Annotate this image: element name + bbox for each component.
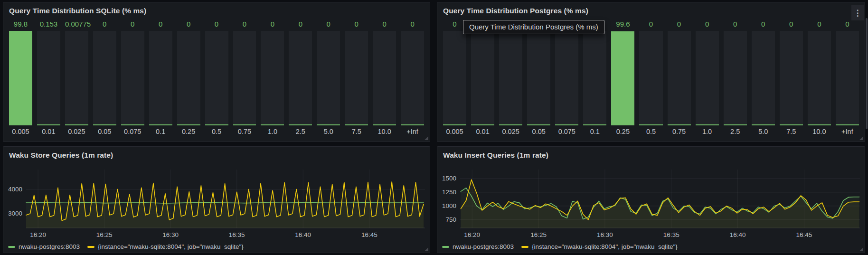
bar-track [177, 31, 200, 125]
panel-title-postgres[interactable]: Query Time Distribution Postgres (% ms) [437, 2, 865, 19]
bar-fill [37, 124, 60, 125]
scrollbar-thumb[interactable] [866, 18, 868, 129]
legend-series-label: {instance="nwaku-sqlite:8004", job="nwak… [98, 243, 244, 250]
histogram-bar-column: 0.075 [555, 19, 578, 137]
histogram-bar-column: 0.1530.01 [37, 19, 60, 137]
grafana-dashboard: Query Time Distribution SQLite (% ms) 99… [0, 0, 868, 255]
panel-title-sqlite[interactable]: Query Time Distribution SQLite (% ms) [3, 2, 430, 19]
bar-fill [373, 124, 396, 125]
bar-value-label: 0 [724, 19, 747, 30]
bar-track [345, 31, 368, 125]
bar-value-label: 0 [317, 19, 340, 30]
bar-fill [724, 124, 747, 125]
bucket-label: 0.025 [65, 125, 88, 137]
bar-fill [836, 124, 859, 125]
bar-value-label: 0 [373, 19, 396, 30]
bar-value-label: 0 [401, 19, 424, 30]
bucket-label: 7.5 [780, 125, 803, 137]
x-axis-tick-label: 16:35 [657, 231, 686, 238]
bar-value-label: 0 [205, 19, 228, 30]
bar-value-label: 0 [345, 19, 368, 30]
legend-item[interactable]: nwaku-postgres:8003 [8, 243, 80, 250]
bar-value-label: 0 [121, 19, 144, 30]
bar-fill [233, 124, 256, 125]
resize-handle-icon[interactable] [425, 247, 428, 251]
histogram-bar-column: 02.5 [724, 19, 747, 137]
histogram-bar-column: 00.005 [443, 19, 466, 137]
y-axis-tick-label: 3000 [3, 210, 22, 217]
bar-fill [668, 124, 691, 125]
bar-track [527, 31, 550, 125]
x-axis-tick-label: 16:30 [591, 231, 619, 238]
y-axis-tick-label: 1500 [437, 175, 456, 182]
legend-series-label: nwaku-postgres:8003 [453, 243, 514, 250]
bar-track [93, 31, 116, 125]
histogram-bar-column: 05.0 [752, 19, 775, 137]
bar-track [780, 31, 803, 125]
bar-fill [639, 124, 662, 125]
bucket-label: 2.5 [289, 125, 312, 137]
x-axis-tick-label: 16:30 [156, 231, 185, 238]
bar-fill [401, 124, 424, 125]
bucket-label: 0.075 [121, 125, 144, 137]
histogram-bar-column: 0.05 [527, 19, 550, 137]
bar-fill [205, 124, 228, 125]
store-queries-chart[interactable]: 3000400016:2016:2516:3016:3516:4016:45nw… [3, 163, 430, 253]
bucket-label: 0.01 [37, 125, 60, 137]
histogram-bar-column: 00.5 [205, 19, 228, 137]
resize-handle-icon[interactable] [425, 136, 428, 140]
histogram-bar-column: 00.1 [149, 19, 172, 137]
bucket-label: 10.0 [373, 125, 396, 137]
x-axis-tick-label: 16:45 [790, 231, 819, 238]
panel-title-text: Query Time Distribution SQLite (% ms) [9, 7, 424, 15]
bar-track [205, 31, 228, 125]
bar-track [555, 31, 578, 125]
legend: nwaku-postgres:8003{instance="nwaku-sqli… [8, 243, 244, 250]
x-axis-tick-label: 16:20 [24, 231, 52, 238]
panel-menu-button[interactable]: ⋮ [851, 5, 864, 20]
bar-fill [583, 124, 606, 125]
legend-series-label: nwaku-postgres:8003 [19, 243, 80, 250]
bucket-label: 0.005 [443, 125, 466, 137]
legend-series-marker [8, 246, 15, 248]
bucket-label: 0.005 [9, 125, 32, 137]
bar-fill [261, 124, 284, 125]
legend-item[interactable]: {instance="nwaku-sqlite:8004", job="nwak… [87, 243, 244, 250]
postgres-histogram[interactable]: 00.0050.010.0250.050.075010.199.60.2500.… [437, 19, 865, 142]
panel-title-insert[interactable]: Waku Insert Queries (1m rate) [437, 147, 865, 163]
plot-area[interactable] [26, 170, 425, 228]
y-axis-tick-label: 1000 [437, 202, 456, 209]
histogram-bar-column: 00.25 [177, 19, 200, 137]
bucket-label: 5.0 [752, 125, 775, 137]
bar-track [317, 31, 340, 125]
bar-value-label: 0 [639, 19, 662, 30]
panel-title-store[interactable]: Waku Store Queries (1m rate) [3, 147, 430, 163]
bar-value-label: 99.8 [9, 19, 32, 30]
bucket-label: +Inf [836, 125, 859, 137]
bar-fill [471, 124, 494, 125]
bar-track [724, 31, 747, 125]
bucket-label: 0.75 [233, 125, 256, 137]
bucket-label: 10.0 [808, 125, 831, 137]
resize-handle-icon[interactable] [859, 247, 863, 251]
bar-value-label: 99.6 [611, 19, 634, 30]
panel-waku-insert-queries: Waku Insert Queries (1m rate) 7501000125… [437, 146, 865, 253]
bar-fill [555, 124, 578, 125]
histogram-bar-column: 00.05 [93, 19, 116, 137]
bar-value-label: 0 [668, 19, 691, 30]
bar-track [289, 31, 312, 125]
bar-fill [121, 124, 144, 125]
bar-value-label: 0 [261, 19, 284, 30]
sqlite-histogram[interactable]: 99.80.0050.1530.010.007750.02500.0500.07… [3, 19, 430, 142]
x-axis-tick-label: 16:40 [724, 231, 752, 238]
bar-track [808, 31, 831, 125]
legend-item[interactable]: {instance="nwaku-sqlite:8004", job="nwak… [521, 243, 678, 250]
legend-item[interactable]: nwaku-postgres:8003 [442, 243, 514, 250]
resize-handle-icon[interactable] [859, 136, 863, 140]
bar-fill [527, 124, 550, 125]
histogram-bar-column: 05.0 [317, 19, 340, 137]
histogram-bar-column: 99.80.005 [9, 19, 32, 137]
bar-fill [752, 124, 775, 125]
insert-queries-chart[interactable]: 75010001250150016:2016:2516:3016:3516:40… [437, 163, 865, 253]
plot-area[interactable] [460, 170, 860, 228]
